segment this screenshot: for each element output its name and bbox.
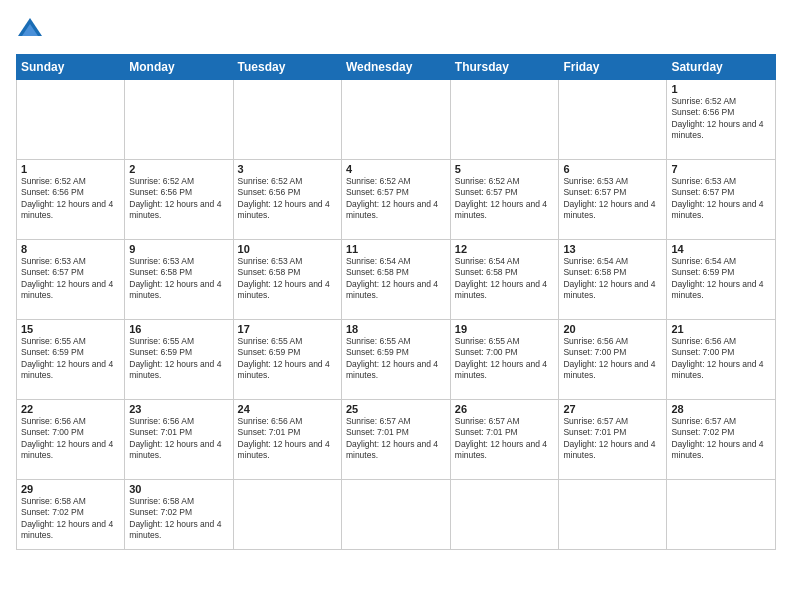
calendar-table: SundayMondayTuesdayWednesdayThursdayFrid… (16, 54, 776, 550)
calendar-cell: 15 Sunrise: 6:55 AM Sunset: 6:59 PM Dayl… (17, 320, 125, 400)
day-number: 15 (21, 323, 120, 335)
day-number: 4 (346, 163, 446, 175)
calendar-week-row: 1 Sunrise: 6:52 AM Sunset: 6:56 PM Dayli… (17, 160, 776, 240)
day-info: Sunrise: 6:56 AM Sunset: 7:00 PM Dayligh… (671, 336, 771, 382)
calendar-cell (17, 80, 125, 160)
calendar-cell: 1 Sunrise: 6:52 AM Sunset: 6:56 PM Dayli… (17, 160, 125, 240)
calendar-cell (341, 80, 450, 160)
day-number: 30 (129, 483, 228, 495)
calendar-cell: 8 Sunrise: 6:53 AM Sunset: 6:57 PM Dayli… (17, 240, 125, 320)
calendar-cell: 29 Sunrise: 6:58 AM Sunset: 7:02 PM Dayl… (17, 480, 125, 550)
calendar-cell (233, 480, 341, 550)
day-number: 12 (455, 243, 555, 255)
day-number: 11 (346, 243, 446, 255)
day-number: 26 (455, 403, 555, 415)
calendar-cell (341, 480, 450, 550)
calendar-cell (450, 480, 559, 550)
day-info: Sunrise: 6:55 AM Sunset: 6:59 PM Dayligh… (21, 336, 120, 382)
day-info: Sunrise: 6:55 AM Sunset: 6:59 PM Dayligh… (238, 336, 337, 382)
calendar-cell: 9 Sunrise: 6:53 AM Sunset: 6:58 PM Dayli… (125, 240, 233, 320)
day-info: Sunrise: 6:58 AM Sunset: 7:02 PM Dayligh… (129, 496, 228, 542)
day-info: Sunrise: 6:53 AM Sunset: 6:58 PM Dayligh… (238, 256, 337, 302)
day-info: Sunrise: 6:57 AM Sunset: 7:01 PM Dayligh… (455, 416, 555, 462)
calendar-cell: 12 Sunrise: 6:54 AM Sunset: 6:58 PM Dayl… (450, 240, 559, 320)
col-header-monday: Monday (125, 55, 233, 80)
calendar-cell: 23 Sunrise: 6:56 AM Sunset: 7:01 PM Dayl… (125, 400, 233, 480)
calendar-cell: 28 Sunrise: 6:57 AM Sunset: 7:02 PM Dayl… (667, 400, 776, 480)
day-info: Sunrise: 6:56 AM Sunset: 7:01 PM Dayligh… (129, 416, 228, 462)
col-header-wednesday: Wednesday (341, 55, 450, 80)
calendar-cell: 1 Sunrise: 6:52 AM Sunset: 6:56 PM Dayli… (667, 80, 776, 160)
day-number: 22 (21, 403, 120, 415)
calendar-week-row: 1 Sunrise: 6:52 AM Sunset: 6:56 PM Dayli… (17, 80, 776, 160)
calendar-cell: 27 Sunrise: 6:57 AM Sunset: 7:01 PM Dayl… (559, 400, 667, 480)
day-number: 9 (129, 243, 228, 255)
calendar-cell: 7 Sunrise: 6:53 AM Sunset: 6:57 PM Dayli… (667, 160, 776, 240)
day-number: 25 (346, 403, 446, 415)
day-number: 1 (21, 163, 120, 175)
page: SundayMondayTuesdayWednesdayThursdayFrid… (0, 0, 792, 612)
day-number: 23 (129, 403, 228, 415)
day-info: Sunrise: 6:53 AM Sunset: 6:57 PM Dayligh… (671, 176, 771, 222)
calendar-week-row: 15 Sunrise: 6:55 AM Sunset: 6:59 PM Dayl… (17, 320, 776, 400)
day-info: Sunrise: 6:52 AM Sunset: 6:57 PM Dayligh… (455, 176, 555, 222)
calendar-cell (125, 80, 233, 160)
calendar-cell: 4 Sunrise: 6:52 AM Sunset: 6:57 PM Dayli… (341, 160, 450, 240)
calendar-cell (450, 80, 559, 160)
day-info: Sunrise: 6:52 AM Sunset: 6:57 PM Dayligh… (346, 176, 446, 222)
col-header-thursday: Thursday (450, 55, 559, 80)
day-number: 17 (238, 323, 337, 335)
day-number: 5 (455, 163, 555, 175)
logo (16, 16, 48, 44)
calendar-cell: 3 Sunrise: 6:52 AM Sunset: 6:56 PM Dayli… (233, 160, 341, 240)
day-number: 1 (671, 83, 771, 95)
col-header-friday: Friday (559, 55, 667, 80)
day-info: Sunrise: 6:56 AM Sunset: 7:00 PM Dayligh… (21, 416, 120, 462)
calendar-cell (559, 80, 667, 160)
day-info: Sunrise: 6:53 AM Sunset: 6:57 PM Dayligh… (563, 176, 662, 222)
col-header-tuesday: Tuesday (233, 55, 341, 80)
calendar-cell: 16 Sunrise: 6:55 AM Sunset: 6:59 PM Dayl… (125, 320, 233, 400)
calendar-cell (559, 480, 667, 550)
day-number: 20 (563, 323, 662, 335)
day-number: 6 (563, 163, 662, 175)
day-number: 18 (346, 323, 446, 335)
calendar-cell: 17 Sunrise: 6:55 AM Sunset: 6:59 PM Dayl… (233, 320, 341, 400)
day-info: Sunrise: 6:56 AM Sunset: 7:01 PM Dayligh… (238, 416, 337, 462)
day-number: 29 (21, 483, 120, 495)
day-number: 19 (455, 323, 555, 335)
day-info: Sunrise: 6:55 AM Sunset: 6:59 PM Dayligh… (129, 336, 228, 382)
day-number: 27 (563, 403, 662, 415)
calendar-cell: 25 Sunrise: 6:57 AM Sunset: 7:01 PM Dayl… (341, 400, 450, 480)
day-number: 13 (563, 243, 662, 255)
calendar-week-row: 8 Sunrise: 6:53 AM Sunset: 6:57 PM Dayli… (17, 240, 776, 320)
header (16, 16, 776, 44)
logo-icon (16, 16, 44, 44)
col-header-sunday: Sunday (17, 55, 125, 80)
day-info: Sunrise: 6:54 AM Sunset: 6:59 PM Dayligh… (671, 256, 771, 302)
day-info: Sunrise: 6:54 AM Sunset: 6:58 PM Dayligh… (346, 256, 446, 302)
day-info: Sunrise: 6:58 AM Sunset: 7:02 PM Dayligh… (21, 496, 120, 542)
calendar-cell: 2 Sunrise: 6:52 AM Sunset: 6:56 PM Dayli… (125, 160, 233, 240)
calendar-header-row: SundayMondayTuesdayWednesdayThursdayFrid… (17, 55, 776, 80)
col-header-saturday: Saturday (667, 55, 776, 80)
day-number: 28 (671, 403, 771, 415)
day-info: Sunrise: 6:54 AM Sunset: 6:58 PM Dayligh… (563, 256, 662, 302)
day-info: Sunrise: 6:56 AM Sunset: 7:00 PM Dayligh… (563, 336, 662, 382)
day-info: Sunrise: 6:52 AM Sunset: 6:56 PM Dayligh… (671, 96, 771, 142)
day-number: 10 (238, 243, 337, 255)
calendar-cell: 6 Sunrise: 6:53 AM Sunset: 6:57 PM Dayli… (559, 160, 667, 240)
calendar-cell: 19 Sunrise: 6:55 AM Sunset: 7:00 PM Dayl… (450, 320, 559, 400)
day-number: 3 (238, 163, 337, 175)
day-info: Sunrise: 6:53 AM Sunset: 6:57 PM Dayligh… (21, 256, 120, 302)
calendar-cell (233, 80, 341, 160)
calendar-cell (667, 480, 776, 550)
calendar-cell: 22 Sunrise: 6:56 AM Sunset: 7:00 PM Dayl… (17, 400, 125, 480)
calendar-cell: 11 Sunrise: 6:54 AM Sunset: 6:58 PM Dayl… (341, 240, 450, 320)
day-number: 14 (671, 243, 771, 255)
day-number: 8 (21, 243, 120, 255)
day-info: Sunrise: 6:57 AM Sunset: 7:01 PM Dayligh… (346, 416, 446, 462)
calendar-cell: 13 Sunrise: 6:54 AM Sunset: 6:58 PM Dayl… (559, 240, 667, 320)
calendar-cell: 26 Sunrise: 6:57 AM Sunset: 7:01 PM Dayl… (450, 400, 559, 480)
day-number: 2 (129, 163, 228, 175)
